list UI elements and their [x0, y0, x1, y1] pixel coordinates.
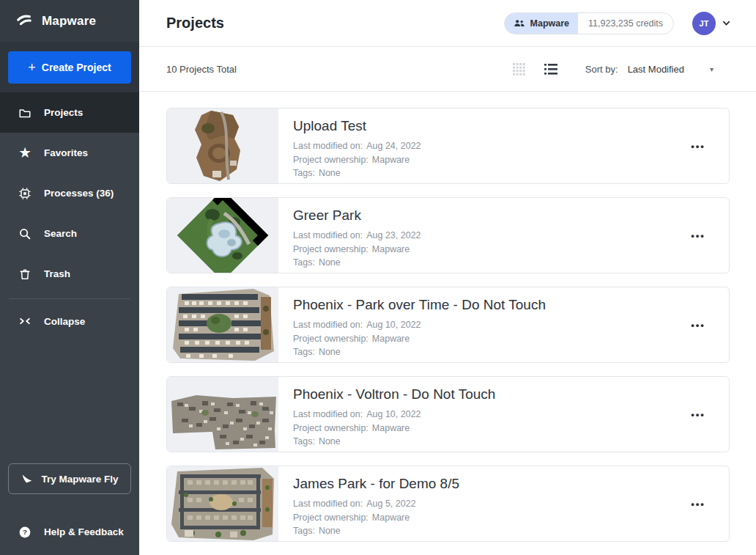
card-menu-area: ••• [667, 377, 729, 452]
sidebar-item-label: Trash [44, 268, 70, 279]
more-options-button[interactable]: ••• [691, 320, 705, 331]
sidebar-item-label: Projects [44, 107, 83, 118]
credits-pill[interactable]: Mapware 11,923,235 credits [504, 12, 674, 34]
sidebar-spacer [0, 339, 139, 463]
meta-label: Tags: [293, 436, 315, 446]
sidebar-item-projects[interactable]: Projects [0, 92, 139, 133]
project-title: Greer Park [293, 207, 667, 224]
help-feedback-button[interactable]: ? Help & Feedback [0, 512, 139, 552]
project-card[interactable]: Phoenix - Park over Time - Do Not Touch … [166, 287, 730, 363]
collapse-icon [18, 315, 32, 328]
projects-count: 10 Projects Total [166, 64, 237, 75]
card-menu-area: ••• [667, 109, 729, 183]
avatar[interactable]: JT [692, 12, 716, 35]
meta-label: Tags: [293, 168, 315, 178]
sidebar-collapse-button[interactable]: Collapse [0, 304, 139, 339]
sort-caret-icon[interactable]: ▾ [710, 65, 714, 73]
sort-value-dropdown[interactable]: Last Modified [628, 64, 684, 75]
sidebar-item-processes[interactable]: Processes (36) [0, 173, 139, 213]
credits-amount: 11,923,235 credits [578, 18, 673, 29]
brand-name: Mapware [42, 14, 96, 29]
meta-label: Project ownership: [293, 155, 368, 165]
project-last-modified: Last modified on:Aug 24, 2022 [293, 139, 667, 153]
project-title: James Park - for Demo 8/5 [293, 476, 667, 492]
try-mapware-fly-button[interactable]: Try Mapware Fly [8, 463, 131, 494]
meta-value: None [319, 526, 341, 536]
meta-label: Project ownership: [293, 423, 368, 433]
try-fly-section: Try Mapware Fly [0, 463, 139, 494]
project-thumbnail [167, 287, 278, 362]
project-last-modified: Last modified on:Aug 10, 2022 [293, 408, 667, 422]
create-project-button[interactable]: + Create Project [8, 51, 131, 84]
project-card[interactable]: James Park - for Demo 8/5 Last modified … [166, 466, 730, 542]
toolbar-controls: Sort by: Last Modified ▾ [513, 63, 714, 76]
meta-value: Mapware [372, 512, 410, 523]
more-options-button[interactable]: ••• [691, 141, 705, 152]
project-card[interactable]: Phoenix - Voltron - Do Not Touch Last mo… [166, 376, 730, 452]
project-list: Upload Test Last modified on:Aug 24, 202… [139, 92, 756, 555]
meta-label: Last modified on: [293, 320, 363, 330]
org-badge-label: Mapware [530, 18, 570, 29]
project-info: James Park - for Demo 8/5 Last modified … [278, 466, 667, 541]
folder-icon [18, 106, 32, 120]
chevron-down-icon[interactable] [722, 18, 731, 28]
project-tags: Tags:None [293, 345, 667, 359]
meta-label: Last modified on: [293, 230, 363, 240]
project-card[interactable]: Upload Test Last modified on:Aug 24, 202… [166, 108, 730, 184]
sidebar-item-label: Collapse [44, 316, 85, 327]
help-icon: ? [18, 526, 32, 539]
meta-label: Last modified on: [293, 141, 363, 151]
more-options-button[interactable]: ••• [691, 230, 705, 241]
sidebar: Mapware + Create Project Projects ★ Favo… [0, 0, 139, 555]
create-project-section: + Create Project [0, 42, 139, 92]
star-icon: ★ [18, 147, 32, 160]
more-options-button[interactable]: ••• [691, 499, 705, 510]
project-last-modified: Last modified on:Aug 23, 2022 [293, 229, 667, 243]
meta-label: Last modified on: [293, 409, 363, 419]
team-icon [514, 19, 525, 28]
project-ownership: Project ownership:Mapware [293, 153, 667, 167]
thumbnail-image-greer-park [167, 198, 278, 273]
thumbnail-image-phoenix-voltron [167, 377, 278, 452]
project-last-modified: Last modified on:Aug 5, 2022 [293, 497, 667, 511]
sidebar-item-label: Processes (36) [44, 188, 114, 199]
try-fly-label: Try Mapware Fly [41, 474, 118, 485]
list-view-button[interactable] [544, 64, 557, 75]
project-title: Phoenix - Voltron - Do Not Touch [293, 386, 667, 403]
sidebar-item-search[interactable]: Search [0, 213, 139, 254]
thumbnail-image-james-park [167, 466, 278, 541]
plus-icon: + [28, 61, 36, 74]
sidebar-item-trash[interactable]: Trash [0, 254, 139, 294]
fly-wing-icon [21, 472, 34, 485]
more-options-button[interactable]: ••• [691, 409, 705, 420]
project-info: Greer Park Last modified on:Aug 23, 2022… [278, 198, 667, 273]
thumbnail-image-phoenix-park [167, 287, 278, 362]
project-title: Phoenix - Park over Time - Do Not Touch [293, 297, 667, 313]
meta-value: Aug 23, 2022 [366, 230, 420, 240]
project-card[interactable]: Greer Park Last modified on:Aug 23, 2022… [166, 197, 730, 273]
project-info: Phoenix - Voltron - Do Not Touch Last mo… [278, 377, 667, 452]
main-content: Projects Mapware 11,923,235 credits JT 1… [139, 0, 756, 555]
meta-label: Project ownership: [293, 244, 368, 254]
project-thumbnail [167, 466, 278, 541]
brand-logo[interactable]: Mapware [0, 0, 139, 42]
app-window: Mapware + Create Project Projects ★ Favo… [0, 0, 756, 555]
project-tags: Tags:None [293, 435, 667, 449]
meta-value: Aug 10, 2022 [366, 320, 420, 330]
project-info: Upload Test Last modified on:Aug 24, 202… [278, 109, 667, 183]
mapware-logo-icon [16, 13, 32, 29]
meta-value: None [319, 168, 341, 178]
project-info: Phoenix - Park over Time - Do Not Touch … [278, 287, 667, 362]
sidebar-item-favorites[interactable]: ★ Favorites [0, 133, 139, 173]
project-ownership: Project ownership:Mapware [293, 422, 667, 435]
meta-value: Mapware [372, 244, 410, 254]
page-header: Projects Mapware 11,923,235 credits JT [139, 0, 756, 47]
svg-text:?: ? [23, 528, 27, 536]
project-last-modified: Last modified on:Aug 10, 2022 [293, 318, 667, 332]
meta-value: Aug 5, 2022 [366, 499, 415, 509]
grid-view-button[interactable] [513, 63, 525, 76]
meta-value: Aug 24, 2022 [366, 141, 420, 151]
project-tags: Tags:None [293, 524, 667, 538]
meta-value: Mapware [372, 155, 410, 165]
meta-label: Project ownership: [293, 512, 368, 523]
